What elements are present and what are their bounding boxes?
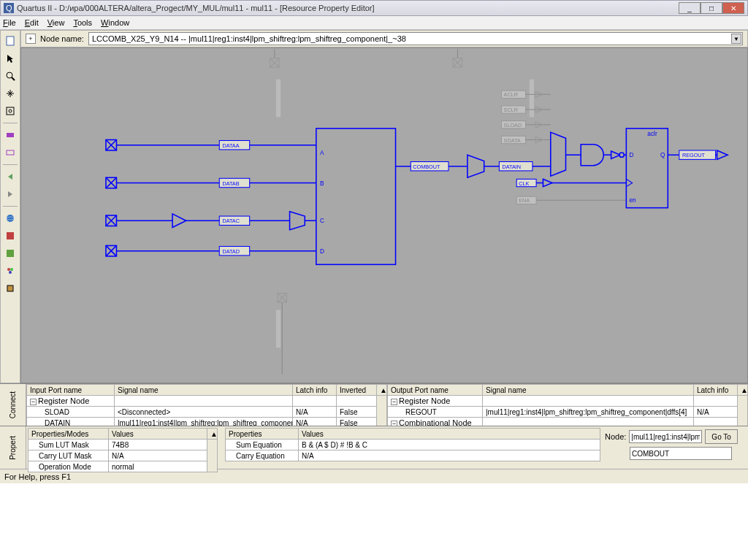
svg-text:SDATA: SDATA <box>504 137 521 144</box>
node-name-label: Node name: <box>40 34 84 43</box>
svg-point-15 <box>9 271 12 274</box>
svg-text:D: D <box>320 248 324 255</box>
connectivity-panel: Connect Input Port nameSignal nameLatch … <box>0 384 748 426</box>
tool-fit-icon[interactable] <box>3 104 18 118</box>
svg-rect-5 <box>7 107 14 115</box>
menu-view[interactable]: View <box>47 18 65 27</box>
tool-forward-icon[interactable] <box>3 187 18 202</box>
svg-text:ENA: ENA <box>519 197 530 204</box>
input-ports-table[interactable]: Input Port nameSignal nameLatch infoInve… <box>26 384 387 426</box>
node-combo[interactable] <box>629 430 702 443</box>
svg-text:en: en <box>629 197 636 204</box>
svg-text:SCLR: SCLR <box>504 107 518 113</box>
connectivity-tab[interactable]: Connect <box>0 384 26 426</box>
status-text: For Help, press F1 <box>4 472 71 481</box>
register-block <box>626 129 668 208</box>
input-port-datab: DATAB <box>106 177 316 188</box>
menu-edit[interactable]: Edit <box>25 18 39 27</box>
node-name-combo[interactable]: LCCOMB_X25_Y9_N14 -- |mul11|reg1:inst4|l… <box>88 32 743 45</box>
svg-text:B: B <box>320 180 324 187</box>
input-port-datad: DATAD <box>106 245 316 256</box>
properties-table-right[interactable]: PropertiesValues Sum EquationB & (A $ D)… <box>225 428 600 461</box>
menubar: File Edit View Tools Window <box>0 16 748 30</box>
schematic-canvas[interactable]: DATAA DATAB <box>20 47 748 383</box>
tool-palette-icon[interactable] <box>3 264 18 278</box>
svg-rect-7 <box>7 133 14 137</box>
window-controls: _ □ ✕ <box>679 2 744 14</box>
node-sel-combo[interactable] <box>630 447 732 460</box>
svg-point-13 <box>7 268 10 271</box>
svg-text:Q: Q <box>660 152 665 158</box>
svg-text:D: D <box>629 152 633 158</box>
svg-text:DATAD: DATAD <box>222 248 239 255</box>
node-name-value: LCCOMB_X25_Y9_N14 -- |mul11|reg1:inst4|l… <box>92 34 406 43</box>
svg-text:ACLR: ACLR <box>504 91 518 98</box>
tool-purple2-icon[interactable] <box>3 145 18 160</box>
tool-globe-icon[interactable] <box>3 211 18 226</box>
minimize-button[interactable]: _ <box>679 2 701 14</box>
svg-rect-30 <box>276 310 280 348</box>
tool-purple1-icon[interactable] <box>3 128 18 142</box>
svg-rect-29 <box>276 80 280 118</box>
svg-rect-31 <box>530 80 534 118</box>
lut-block <box>316 129 396 264</box>
svg-point-3 <box>7 72 12 78</box>
titlebar: Q Quartus II - D:/ира/000ALTERA/altera_P… <box>0 0 748 16</box>
svg-text:DATAA: DATAA <box>222 142 239 149</box>
node-label: Node: <box>605 432 626 441</box>
svg-point-87 <box>619 153 624 157</box>
svg-point-9 <box>7 215 14 222</box>
node-name-bar: + Node name: LCCOMB_X25_Y9_N14 -- |mul11… <box>20 30 748 47</box>
window-title: Quartus II - D:/ира/000ALTERA/altera_Pro… <box>17 4 679 12</box>
tool-red-icon[interactable] <box>3 229 18 243</box>
svg-text:SLOAD: SLOAD <box>504 122 522 129</box>
svg-text:CLK: CLK <box>519 180 529 187</box>
svg-line-4 <box>12 77 15 80</box>
input-port-dataa: DATAA <box>106 139 316 150</box>
left-toolbar <box>0 30 20 383</box>
svg-text:REGOUT: REGOUT <box>682 152 706 158</box>
tool-page-icon[interactable] <box>3 34 18 48</box>
svg-text:A: A <box>320 150 324 156</box>
svg-text:aclr: aclr <box>647 131 657 137</box>
svg-point-14 <box>10 268 13 271</box>
menu-file[interactable]: File <box>3 18 16 27</box>
svg-text:C: C <box>320 218 324 224</box>
tool-back-icon[interactable] <box>3 169 18 184</box>
svg-text:DATAIN: DATAIN <box>503 164 521 170</box>
tool-zoom-icon[interactable] <box>3 69 18 83</box>
chevron-down-icon[interactable]: ▼ <box>731 34 741 44</box>
svg-text:DATAC: DATAC <box>222 218 239 224</box>
properties-tab[interactable]: Propert <box>0 426 26 469</box>
svg-text:COMBOUT: COMBOUT <box>413 164 440 170</box>
svg-point-6 <box>9 110 12 112</box>
tool-chip-icon[interactable] <box>3 281 18 296</box>
input-port-datac: DATAC <box>106 212 316 230</box>
close-button[interactable]: ✕ <box>722 2 744 14</box>
svg-rect-11 <box>7 232 14 239</box>
goto-button[interactable]: Go To <box>705 429 738 444</box>
svg-rect-16 <box>7 285 13 291</box>
menu-window[interactable]: Window <box>101 18 129 27</box>
tool-green-icon[interactable] <box>3 246 18 261</box>
properties-panel: Propert Properties/ModesValues▲ Sum LUT … <box>0 426 748 469</box>
properties-table-left[interactable]: Properties/ModesValues▲ Sum LUT Mask74B8… <box>28 428 218 472</box>
svg-text:Q: Q <box>6 4 12 12</box>
svg-rect-12 <box>7 250 14 257</box>
maximize-button[interactable]: □ <box>701 2 722 14</box>
app-icon: Q <box>4 3 14 13</box>
node-go-panel: Node: Go To <box>602 426 748 469</box>
tool-pointer-icon[interactable] <box>3 51 18 66</box>
expand-button[interactable]: + <box>26 34 36 44</box>
svg-text:DATAB: DATAB <box>222 180 239 187</box>
svg-rect-8 <box>7 150 14 155</box>
output-ports-table[interactable]: Output Port nameSignal nameLatch info▲ −… <box>387 384 748 426</box>
tool-pan-icon[interactable] <box>3 86 18 101</box>
svg-rect-2 <box>7 37 14 45</box>
menu-tools[interactable]: Tools <box>73 18 92 27</box>
